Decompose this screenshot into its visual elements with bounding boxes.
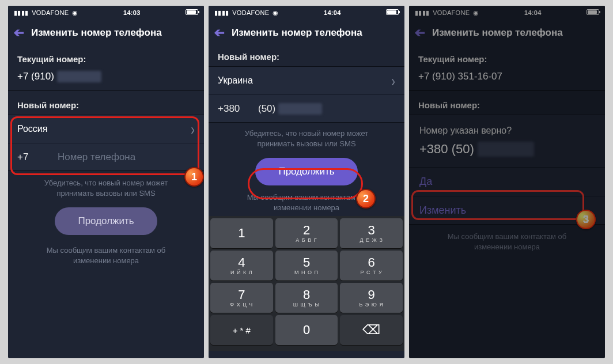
helper-text-1: Убедитесь, что новый номер может принима… <box>209 123 404 152</box>
page-title: Изменить номер телефона <box>232 27 362 39</box>
back-icon[interactable]: ➔ <box>415 25 425 40</box>
confirm-change-button[interactable]: Изменить <box>409 196 605 225</box>
continue-button[interactable]: Продолжить <box>255 158 357 185</box>
back-icon[interactable]: ➔ <box>14 25 24 40</box>
country-code: +7 <box>17 151 58 163</box>
helper-text-2: Мы сообщим вашим контактам об изменении … <box>8 238 204 269</box>
battery-icon <box>586 9 599 16</box>
signal-icon: ▮▮▮▮ <box>14 9 28 17</box>
current-number-prefix: +7 (910) <box>17 71 54 82</box>
chevron-right-icon: › <box>391 71 395 90</box>
status-bar: ▮▮▮▮ VODAFONE ◉ 14:04 <box>209 6 404 20</box>
nav-bar: ➔ Изменить номер телефона <box>409 20 605 46</box>
country-row[interactable]: Украина › <box>209 67 404 94</box>
wifi-icon: ◉ <box>273 9 278 17</box>
phone-input-row[interactable]: +380 (50) 000 00 00 <box>209 94 404 122</box>
page-title: Изменить номер телефона <box>31 27 162 39</box>
phone-input-row[interactable]: +7 Номер телефона <box>8 143 204 170</box>
nav-bar: ➔ Изменить номер телефона <box>209 20 404 46</box>
confirm-yes-button[interactable]: Да <box>409 167 605 196</box>
screen-3: ▮▮▮▮ VODAFONE ◉ 14:04 ➔ Изменить номер т… <box>409 6 605 358</box>
backspace-icon: ⌫ <box>362 324 380 336</box>
key-9[interactable]: 9Ь Э Ю Я <box>340 283 403 313</box>
key-2[interactable]: 2А Б В Г <box>275 218 338 248</box>
status-time: 14:03 <box>78 9 186 16</box>
current-number-blur: 000-00-00 <box>57 71 102 82</box>
country-row[interactable]: Россия › <box>8 115 204 143</box>
phone-blur: 000 00 00 <box>278 103 322 115</box>
page-title: Изменить номер телефона <box>432 27 563 39</box>
numeric-keypad: 1 2А Б В Г 3Д Е Ж З 4И Й К Л 5М Н О П 6Р… <box>209 216 404 351</box>
confirm-number-prefix: +380 (50) <box>419 142 474 157</box>
key-7[interactable]: 7Ф Х Ц Ч <box>210 283 273 313</box>
new-number-label: Новый номер: <box>409 90 605 115</box>
continue-button[interactable]: Продолжить <box>55 207 157 235</box>
current-number-label: Текущий номер: <box>8 46 204 69</box>
signal-icon: ▮▮▮▮ <box>214 9 229 17</box>
country-code: +380 <box>218 103 258 115</box>
key-4[interactable]: 4И Й К Л <box>210 251 273 280</box>
key-5[interactable]: 5М Н О П <box>275 251 338 280</box>
battery-icon <box>386 9 399 16</box>
new-number-group: Украина › +380 (50) 000 00 00 <box>209 66 404 123</box>
status-time: 14:04 <box>279 9 386 16</box>
key-0[interactable]: 0 <box>275 315 338 345</box>
helper-text-1: Убедитесь, что новый номер может принима… <box>8 171 204 202</box>
key-backspace[interactable]: ⌫ <box>340 315 403 345</box>
new-number-label: Новый номер: <box>8 90 204 115</box>
screen-2: ▮▮▮▮ VODAFONE ◉ 14:04 ➔ Изменить номер т… <box>209 6 404 358</box>
key-6[interactable]: 6Р С Т У <box>340 251 403 280</box>
phone-area: (50) <box>258 103 275 114</box>
signal-icon: ▮▮▮▮ <box>415 9 429 17</box>
new-number-label: Новый номер: <box>209 46 404 66</box>
country-name: Россия <box>17 124 47 134</box>
nav-bar: ➔ Изменить номер телефона <box>8 20 204 46</box>
current-number-label: Текущий номер: <box>409 46 605 69</box>
screen-1: ▮▮▮▮ VODAFONE ◉ 14:03 ➔ Изменить номер т… <box>8 6 204 358</box>
carrier-name: VODAFONE <box>32 9 69 16</box>
new-number-group: Россия › +7 Номер телефона <box>8 115 204 171</box>
phone-placeholder[interactable]: Номер телефона <box>58 151 195 163</box>
wifi-icon: ◉ <box>473 9 479 17</box>
back-icon[interactable]: ➔ <box>214 25 225 40</box>
key-1[interactable]: 1 <box>210 218 273 248</box>
confirm-number-value: +380 (50) 000 00 00 <box>409 138 605 167</box>
helper-text-2: Мы сообщим вашим контактам об изменении … <box>209 189 404 216</box>
status-bar: ▮▮▮▮ VODAFONE ◉ 14:04 <box>409 6 605 20</box>
country-name: Украина <box>218 75 253 86</box>
current-number-value: +7 (910) 000-00-00 <box>8 69 204 90</box>
confirm-number-blur: 000 00 00 <box>478 142 534 157</box>
confirm-question: Номер указан верно? <box>409 115 605 138</box>
current-number-value: +7 (910) 351-16-07 <box>409 69 605 90</box>
key-3[interactable]: 3Д Е Ж З <box>340 218 403 248</box>
chevron-right-icon: › <box>191 120 195 138</box>
battery-icon <box>186 9 198 16</box>
wifi-icon: ◉ <box>72 9 78 17</box>
phone-value[interactable]: (50) 000 00 00 <box>258 103 395 115</box>
key-symbols[interactable]: + * # <box>210 315 273 345</box>
status-time: 14:04 <box>479 9 586 16</box>
helper-text-2: Мы сообщим вашим контактам об изменении … <box>409 225 605 255</box>
carrier-name: VODAFONE <box>232 9 269 16</box>
carrier-name: VODAFONE <box>433 9 470 16</box>
status-bar: ▮▮▮▮ VODAFONE ◉ 14:03 <box>8 6 204 20</box>
key-8[interactable]: 8Ш Щ Ъ Ы <box>275 283 338 313</box>
